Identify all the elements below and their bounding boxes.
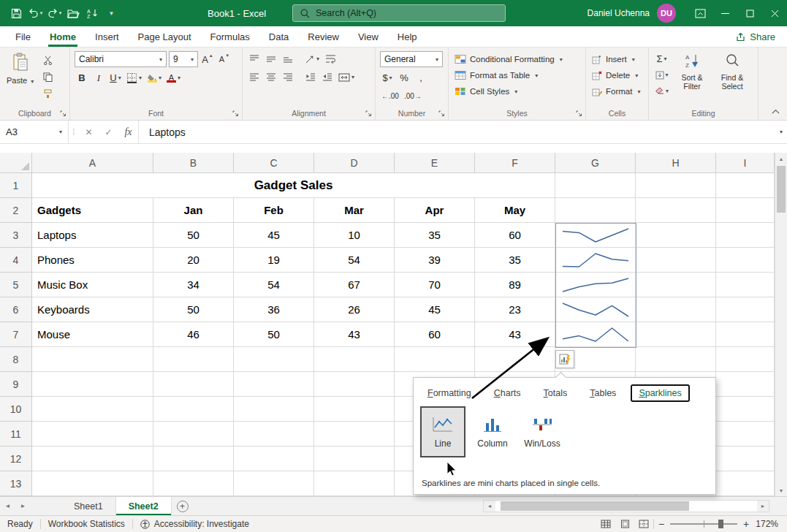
cell-A1[interactable]: Gadget Sales <box>32 173 555 198</box>
cell-D5[interactable]: 67 <box>314 273 395 297</box>
cell-H6[interactable] <box>636 297 716 322</box>
cell-D3[interactable]: 10 <box>314 223 395 248</box>
cell-C3[interactable]: 45 <box>234 223 314 248</box>
row-header-8[interactable]: 8 <box>0 347 32 372</box>
increase-font-size-button[interactable]: A▲ <box>200 52 215 67</box>
clipboard-dialog-launcher[interactable] <box>59 110 67 118</box>
tab-file[interactable]: File <box>6 26 40 47</box>
tab-data[interactable]: Data <box>259 26 298 47</box>
tab-formulas[interactable]: Formulas <box>201 26 259 47</box>
workbook-statistics-button[interactable]: Workbook Statistics <box>41 516 132 532</box>
row-header-5[interactable]: 5 <box>0 273 32 297</box>
cell-E6[interactable]: 45 <box>395 297 475 322</box>
cell-I13[interactable] <box>716 471 775 496</box>
zoom-in-button[interactable]: + <box>739 518 753 530</box>
cell-A13[interactable] <box>32 471 153 496</box>
cell-C6[interactable]: 36 <box>234 297 314 322</box>
cell-styles-button[interactable]: Cell Styles▾ <box>453 83 582 99</box>
horizontal-scroll-thumb[interactable] <box>501 501 689 511</box>
tab-page-layout[interactable]: Page Layout <box>129 26 201 47</box>
cell-A12[interactable] <box>32 446 153 471</box>
tab-review[interactable]: Review <box>298 26 349 47</box>
cell-D2[interactable]: Mar <box>314 198 395 223</box>
format-as-table-button[interactable]: Format as Table▾ <box>453 67 582 83</box>
autosum-button[interactable]: Σ▾ <box>653 51 670 66</box>
ribbon-display-options-button[interactable] <box>688 0 712 26</box>
increase-decimal-button[interactable]: ←.00 <box>380 88 400 104</box>
wrap-text-button[interactable] <box>323 51 338 66</box>
share-button[interactable]: Share <box>736 26 775 47</box>
cell-H8[interactable] <box>636 347 716 372</box>
cell-C12[interactable] <box>234 446 314 471</box>
tab-help[interactable]: Help <box>388 26 427 47</box>
name-box[interactable]: A3▾ <box>0 121 69 143</box>
cell-C11[interactable] <box>234 422 314 446</box>
cell-I1[interactable] <box>716 173 775 198</box>
cell-I8[interactable] <box>716 347 775 372</box>
qa-option-column[interactable]: Column <box>470 406 515 457</box>
cell-I7[interactable] <box>716 322 775 347</box>
cell-B2[interactable]: Jan <box>153 198 234 223</box>
cell-E2[interactable]: Apr <box>395 198 475 223</box>
zoom-level[interactable]: 172% <box>753 519 787 529</box>
cell-G5[interactable] <box>555 273 636 297</box>
underline-button[interactable]: U▾ <box>108 70 123 86</box>
fill-button[interactable]: ▾ <box>653 67 670 83</box>
scroll-up-button[interactable]: ▲ <box>775 153 787 164</box>
cell-A11[interactable] <box>32 422 153 446</box>
format-cells-button[interactable]: Format▾ <box>590 83 645 99</box>
confirm-entry-button[interactable]: ✓ <box>99 121 118 143</box>
number-dialog-launcher[interactable] <box>438 110 446 118</box>
search-box[interactable]: Search (Alt+Q) <box>292 4 506 22</box>
alignment-dialog-launcher[interactable] <box>365 110 373 118</box>
font-dialog-launcher[interactable] <box>232 110 240 118</box>
horizontal-scroll-track[interactable] <box>495 501 757 512</box>
cell-A8[interactable] <box>32 347 153 372</box>
cell-A10[interactable] <box>32 397 153 422</box>
cell-F2[interactable]: May <box>475 198 555 223</box>
copy-button[interactable] <box>40 69 55 85</box>
cell-D7[interactable]: 43 <box>314 322 395 347</box>
italic-button[interactable]: I <box>91 70 106 86</box>
cell-D6[interactable]: 26 <box>314 297 395 322</box>
percent-style-button[interactable]: % <box>397 70 411 86</box>
bold-button[interactable]: B <box>75 70 89 86</box>
customize-toolbar-button[interactable]: ▾ <box>102 4 120 23</box>
page-layout-view-button[interactable] <box>615 516 634 532</box>
scroll-left-button[interactable]: ◄ <box>484 501 495 512</box>
cell-G3[interactable] <box>555 223 636 248</box>
clear-button[interactable]: ▾ <box>653 83 670 99</box>
cell-C8[interactable] <box>234 347 314 372</box>
cell-E5[interactable]: 70 <box>395 273 475 297</box>
cell-C4[interactable]: 19 <box>234 248 314 273</box>
cell-A5[interactable]: Music Box <box>32 273 153 297</box>
previous-sheet-button[interactable]: ◄ <box>0 497 15 515</box>
user-name[interactable]: Daniel Uchenna <box>588 8 650 18</box>
select-all-button[interactable] <box>0 153 32 173</box>
number-format-select[interactable]: General▾ <box>380 51 443 67</box>
cell-A2[interactable]: Gadgets <box>32 198 153 223</box>
zoom-out-button[interactable]: − <box>654 518 669 530</box>
formula-input[interactable]: Laptops <box>138 121 774 143</box>
avatar[interactable]: DU <box>657 4 676 23</box>
align-left-button[interactable] <box>247 69 262 85</box>
qa-tab-sparklines[interactable]: Sparklines <box>631 384 689 402</box>
save-button[interactable] <box>7 4 25 23</box>
row-header-7[interactable]: 7 <box>0 322 32 347</box>
qa-tab-charts[interactable]: Charts <box>486 384 529 402</box>
column-header-g[interactable]: G <box>555 153 636 173</box>
find-select-button[interactable]: Find & Select <box>714 51 750 99</box>
cell-A3[interactable]: Laptops <box>32 223 153 248</box>
cell-I10[interactable] <box>716 397 775 422</box>
sheet-tab-sheet1[interactable]: Sheet1 <box>61 497 116 515</box>
qa-option-line[interactable]: Line <box>420 406 465 457</box>
cell-F7[interactable]: 43 <box>475 322 555 347</box>
qa-tab-totals[interactable]: Totals <box>536 384 576 402</box>
format-painter-button[interactable] <box>40 86 55 102</box>
cell-B13[interactable] <box>153 471 234 496</box>
cell-A6[interactable]: Keyboards <box>32 297 153 322</box>
cell-B5[interactable]: 34 <box>153 273 234 297</box>
styles-dialog-launcher[interactable] <box>575 110 583 118</box>
cell-D10[interactable] <box>314 397 395 422</box>
cell-D9[interactable] <box>314 372 395 397</box>
